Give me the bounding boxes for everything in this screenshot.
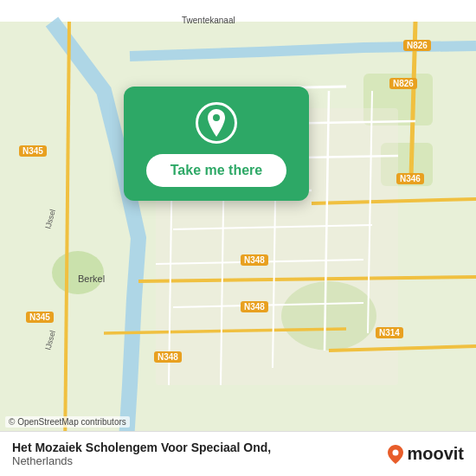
popup-card: Take me there [124,87,309,201]
place-label-berkel: Berkel [78,273,105,284]
road-label-n346-right: N346 [396,173,424,184]
bottom-bar: Het Mozaiek Scholengem Voor Speciaal Ond… [0,431,476,476]
location-name: Het Mozaiek Scholengem Voor Speciaal Ond… [12,441,388,454]
moovit-logo-text: moovit [407,444,464,464]
road-label-n348-lower: N348 [241,301,268,312]
moovit-logo: moovit [388,444,464,464]
road-label-n348-bottomleft: N348 [154,351,182,363]
road-label-n345-bottom: N345 [26,312,54,323]
map-attribution: © OpenStreetMap contributors [5,416,130,428]
svg-point-8 [213,114,220,121]
location-info: Het Mozaiek Scholengem Voor Speciaal Ond… [12,441,388,467]
svg-point-2 [52,251,104,294]
take-me-there-button[interactable]: Take me there [146,154,286,187]
map-svg: IJssel IJssel [0,0,476,476]
location-pin-icon [196,102,237,144]
road-label-n314-right: N314 [376,327,403,338]
road-label-n345-left: N345 [19,145,47,157]
road-label-n826-mid: N826 [389,78,417,89]
location-country: Netherlands [12,454,388,467]
road-label-n348-mid: N348 [241,254,268,266]
moovit-pin-svg-icon [388,445,403,464]
place-label-twentekanaal: Twentekanaal [182,16,235,25]
svg-point-9 [393,449,399,455]
road-label-n826-top: N826 [403,40,431,51]
map-container: IJssel IJssel N826 N826 N345 N346 N345 N… [0,0,476,476]
